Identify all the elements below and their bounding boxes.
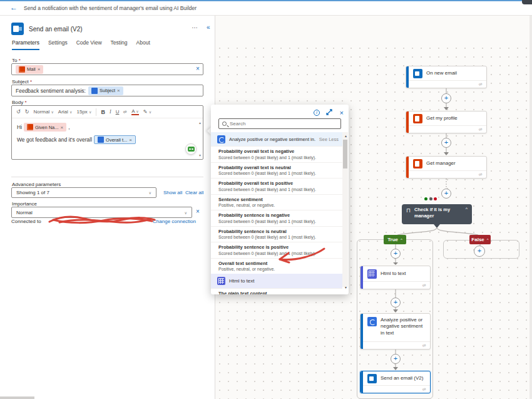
dynamic-token-overall-sentiment[interactable]: Overall t... × [94, 135, 136, 144]
office-icon [19, 66, 25, 73]
group-html-to-text[interactable]: Html to text [211, 274, 342, 288]
status-dot-green [424, 197, 427, 200]
tab-about[interactable]: About [136, 39, 150, 50]
insert-link-icon[interactable]: ∞ [123, 109, 128, 115]
card-condition[interactable]: ⊓ Check if it is my manager ^ [402, 204, 472, 224]
scroll-up-icon[interactable]: ▴ [345, 133, 347, 138]
group-analyze-sentiment[interactable]: Analyze positive or negative sentiment i… [211, 132, 342, 146]
false-branch-badge[interactable]: False ^ [469, 235, 491, 244]
card-send-an-email[interactable]: Send an email (V2) ∞ [360, 371, 431, 393]
advanced-parameters-dropdown[interactable]: Showing 1 of 7 ∨ [11, 187, 156, 198]
tab-code-view[interactable]: Code View [76, 39, 102, 50]
card-get-manager[interactable]: Get manager ∞ [406, 156, 487, 179]
flow-title: Send a notification with the sentiment o… [24, 5, 197, 11]
item-title: Probability overall text is neutral [218, 165, 336, 170]
scroll-up-icon[interactable]: ▴ [199, 120, 201, 125]
dynamic-token-given-name[interactable]: Given Na... × [24, 123, 66, 132]
redo-icon[interactable]: ↻ [25, 109, 29, 115]
office-icon [27, 124, 33, 130]
dynamic-token-subject[interactable]: Subject × [88, 86, 123, 95]
true-branch-badge[interactable]: True ^ [384, 235, 406, 244]
search-input[interactable] [230, 121, 337, 127]
body-rich-text-editor[interactable]: ↺ ↻ Normal ∨ Arial ∨ 15px ∨ B I U ∞ A ∨ … [11, 105, 203, 160]
see-less-link[interactable]: See Less [319, 137, 339, 142]
remove-token-icon[interactable]: × [129, 137, 132, 143]
card-title: Send an email (V2) [381, 375, 423, 381]
list-item[interactable]: The plain text content. [211, 288, 342, 294]
condition-title: Check if it is my manager [414, 207, 462, 222]
card-title: Get my profile [426, 115, 458, 122]
insert-step-button[interactable]: + [441, 93, 451, 103]
list-item[interactable]: Probability sentence is neutral Scored b… [211, 226, 342, 242]
list-item[interactable]: Probability overall text is positive Sco… [211, 178, 342, 194]
remove-token-icon[interactable]: × [117, 88, 120, 93]
card-on-new-email[interactable]: On new email ∞ [406, 66, 487, 88]
card-analyze-sentiment[interactable]: Analyze positive or negative sentiment i… [360, 313, 431, 350]
info-icon[interactable]: i [314, 109, 320, 116]
back-icon[interactable]: ← [10, 3, 18, 12]
remove-token-icon[interactable]: × [38, 66, 41, 72]
more-menu-icon[interactable]: … [192, 23, 198, 29]
insert-step-button[interactable]: + [391, 249, 401, 259]
insert-step-button[interactable]: + [391, 354, 401, 364]
card-accent [406, 111, 409, 133]
chevron-down-icon: ∨ [149, 110, 151, 114]
italic-icon[interactable]: I [110, 109, 111, 115]
undo-icon[interactable]: ↺ [16, 109, 21, 115]
insert-step-button[interactable]: + [441, 138, 451, 148]
tab-testing[interactable]: Testing [111, 39, 128, 50]
collapse-chevron-icon[interactable]: ^ [466, 207, 468, 222]
to-field[interactable]: Mail × [11, 63, 203, 75]
expand-icon[interactable] [326, 109, 332, 117]
search-box[interactable] [218, 118, 341, 129]
change-connection-link[interactable]: Change connection [153, 219, 196, 224]
add-action-button-false[interactable]: + [474, 246, 485, 257]
highlight-color-dropdown[interactable]: ✎ ∨ [143, 109, 151, 115]
list-item[interactable]: Probability sentence is positive Scored … [211, 242, 342, 258]
bold-icon[interactable]: B [101, 109, 105, 115]
close-icon[interactable]: × [340, 109, 344, 117]
list-item[interactable]: Probability overall text is neutral Scor… [211, 162, 342, 179]
font-color-dropdown[interactable]: A ∨ [131, 109, 139, 115]
insert-step-button[interactable]: + [441, 189, 451, 199]
insert-step-button[interactable]: + [391, 298, 401, 308]
copilot-icon[interactable] [185, 143, 197, 155]
tab-settings[interactable]: Settings [48, 39, 68, 50]
outlook-icon [91, 88, 98, 94]
advanced-parameters-value: Showing 1 of 7 [16, 190, 49, 195]
list-item[interactable]: Overall text sentiment Positive, neutral… [211, 258, 342, 274]
item-title: Probability sentence is negative [218, 212, 336, 218]
scroll-down-icon[interactable]: ▾ [199, 153, 201, 157]
tab-parameters[interactable]: Parameters [12, 39, 39, 50]
paragraph-style-dropdown[interactable]: Normal ∨ [33, 109, 53, 115]
scroll-down-icon[interactable]: ▾ [345, 285, 347, 289]
clear-all-link[interactable]: Clear all [185, 190, 203, 195]
underline-icon[interactable]: U [116, 109, 120, 115]
clear-to-field-icon[interactable]: × [196, 65, 200, 72]
list-item[interactable]: Sentence sentiment Positive, neutral, or… [211, 194, 342, 210]
card-get-my-profile[interactable]: Get my profile ∞ [406, 111, 487, 133]
collapse-panel-icon[interactable]: « [207, 24, 210, 31]
chevron-down-icon: ∨ [69, 110, 72, 114]
paragraph-style-value: Normal [33, 109, 49, 115]
required-star: * [30, 79, 32, 85]
list-item[interactable]: Probability overall text is negative Sco… [211, 146, 342, 162]
html-to-text-icon [217, 277, 225, 285]
connection-link-icon: ∞ [478, 127, 483, 132]
subject-field[interactable]: Feedback sentiment analysis: Subject × [11, 85, 203, 96]
font-size-dropdown[interactable]: 15px ∨ [76, 109, 91, 115]
canvas-scrollbar[interactable] [529, 16, 532, 399]
popup-scrollbar-thumb[interactable] [343, 140, 347, 168]
list-item[interactable]: Probability sentence is negative Scored … [211, 210, 342, 226]
card-html-to-text[interactable]: Html to text ∞ [360, 266, 431, 289]
condition-status-dots [424, 197, 437, 200]
item-subtitle: Scored between 0 (least likely) and 1 (m… [218, 187, 336, 192]
importance-dropdown[interactable]: Normal ∨ [11, 207, 192, 218]
dynamic-token-mail[interactable]: Mail × [16, 65, 43, 74]
font-family-dropdown[interactable]: Arial ∨ [58, 109, 73, 115]
show-all-link[interactable]: Show all [163, 190, 182, 195]
remove-token-icon[interactable]: × [61, 125, 64, 130]
clear-importance-icon[interactable]: × [196, 208, 200, 215]
item-title: Probability overall text is negative [218, 148, 336, 154]
body-content[interactable]: Hi Given Na... × , We got feedback and i… [12, 118, 203, 152]
